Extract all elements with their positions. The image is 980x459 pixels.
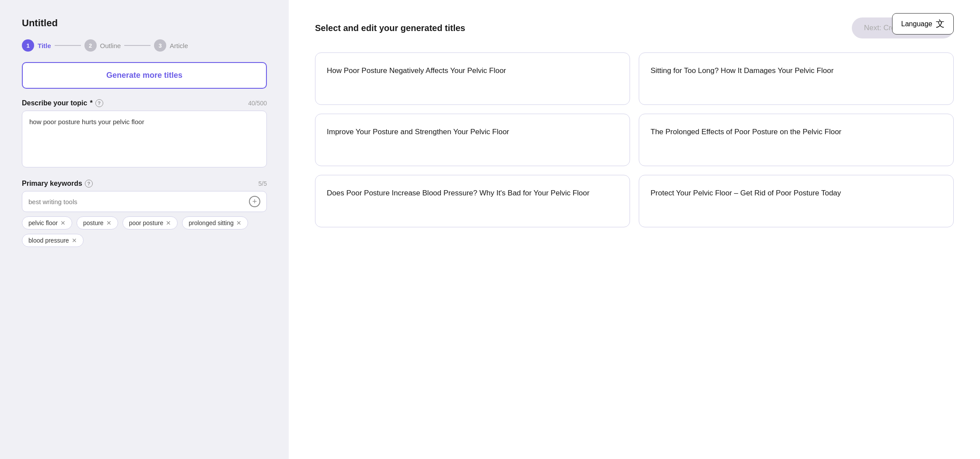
title-card-4[interactable]: Does Poor Posture Increase Blood Pressur…: [315, 175, 630, 227]
language-icon: 文: [936, 18, 945, 30]
tag-poor-posture: poor posture ✕: [122, 216, 178, 230]
keywords-label: Primary keywords ?: [22, 180, 93, 188]
step-1-circle: 1: [22, 39, 34, 52]
tag-blood-pressure: blood pressure ✕: [22, 234, 84, 247]
right-section-title: Select and edit your generated titles: [315, 23, 465, 33]
step-3-label: Article: [170, 42, 188, 49]
tags-wrap: pelvic floor ✕ posture ✕ poor posture ✕ …: [22, 216, 267, 247]
topic-textarea[interactable]: how poor posture hurts your pelvic floor: [22, 111, 267, 167]
remove-tag-posture[interactable]: ✕: [106, 220, 112, 226]
tag-posture: posture ✕: [77, 216, 118, 230]
keywords-input-wrap: +: [22, 191, 267, 212]
remove-tag-pelvic-floor[interactable]: ✕: [60, 220, 66, 226]
step-2-circle: 2: [84, 39, 97, 52]
step-3: 3 Article: [154, 39, 188, 52]
step-2-label: Outline: [100, 42, 121, 49]
keywords-input[interactable]: [28, 198, 245, 205]
left-panel: Untitled 1 Title 2 Outline 3 Article Gen…: [0, 0, 289, 459]
title-card-3[interactable]: The Prolonged Effects of Poor Posture on…: [639, 114, 954, 166]
title-card-0[interactable]: How Poor Posture Negatively Affects Your…: [315, 52, 630, 105]
stepper: 1 Title 2 Outline 3 Article: [22, 39, 267, 52]
generate-titles-button[interactable]: Generate more titles: [22, 62, 267, 89]
page-title: Untitled: [22, 17, 267, 29]
remove-tag-poor-posture[interactable]: ✕: [166, 220, 171, 226]
keywords-count: 5/5: [259, 180, 267, 187]
right-header: Select and edit your generated titles Ne…: [315, 17, 954, 38]
title-card-5[interactable]: Protect Your Pelvic Floor – Get Rid of P…: [639, 175, 954, 227]
remove-tag-blood-pressure[interactable]: ✕: [72, 237, 77, 243]
step-3-circle: 3: [154, 39, 166, 52]
keywords-section: Primary keywords ? 5/5 + pelvic floor ✕ …: [22, 180, 267, 247]
add-keyword-icon[interactable]: +: [249, 196, 260, 207]
right-panel: Language 文 Select and edit your generate…: [289, 0, 980, 459]
step-line-1: [55, 45, 81, 46]
topic-char-count: 40/500: [248, 100, 267, 107]
step-2: 2 Outline: [84, 39, 121, 52]
topic-label: Describe your topic * ?: [22, 99, 103, 107]
language-button[interactable]: Language 文: [892, 13, 954, 35]
title-card-2[interactable]: Improve Your Posture and Strengthen Your…: [315, 114, 630, 166]
step-line-2: [124, 45, 150, 46]
step-1: 1 Title: [22, 39, 51, 52]
topic-section: Describe your topic * ? 40/500 how poor …: [22, 99, 267, 169]
tag-pelvic-floor: pelvic floor ✕: [22, 216, 72, 230]
title-card-1[interactable]: Sitting for Too Long? How It Damages You…: [639, 52, 954, 105]
keywords-header: Primary keywords ? 5/5: [22, 180, 267, 188]
language-label: Language: [901, 20, 932, 28]
step-1-label: Title: [38, 42, 51, 49]
keywords-help-icon[interactable]: ?: [85, 180, 93, 188]
remove-tag-prolonged-sitting[interactable]: ✕: [236, 220, 242, 226]
topic-help-icon[interactable]: ?: [95, 99, 103, 107]
tag-prolonged-sitting: prolonged sitting ✕: [182, 216, 248, 230]
required-marker: *: [90, 99, 92, 107]
titles-grid: How Poor Posture Negatively Affects Your…: [315, 52, 954, 227]
topic-header: Describe your topic * ? 40/500: [22, 99, 267, 107]
